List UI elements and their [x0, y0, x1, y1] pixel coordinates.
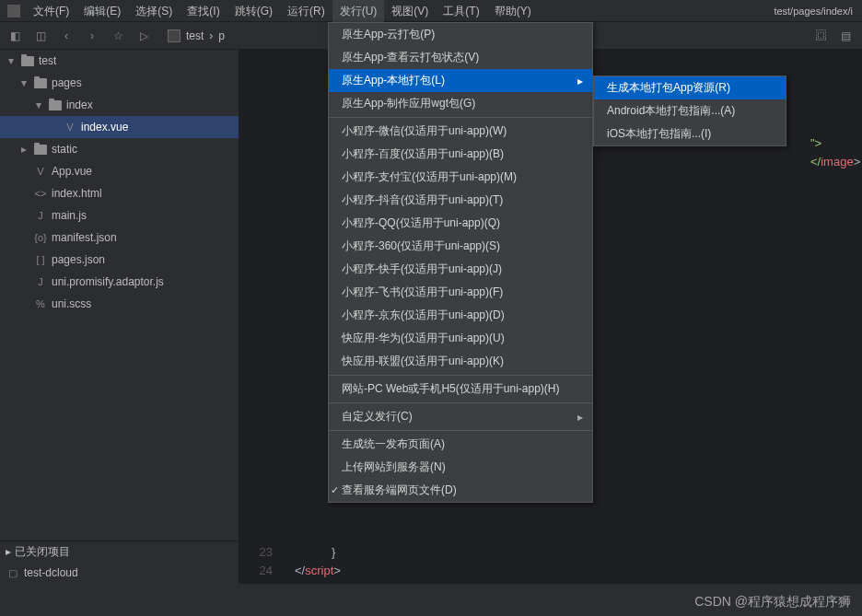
- breadcrumb: test › p: [168, 29, 225, 42]
- publish-menu: 原生App-云打包(P)原生App-查看云打包状态(V)原生App-本地打包(L…: [328, 22, 593, 503]
- preview-icon[interactable]: ⿴: [814, 29, 829, 43]
- menu-item[interactable]: 跳转(G): [227, 0, 280, 22]
- chevron-icon: ▾: [6, 54, 17, 67]
- tree-item-label: manifest.json: [52, 231, 117, 244]
- menu-entry-label: 原生App-查看云打包状态(V): [342, 50, 479, 65]
- folder-icon: [33, 76, 48, 89]
- closed-project-label: test-dcloud: [24, 566, 78, 579]
- menu-entry[interactable]: 小程序-QQ(仅适用于uni-app)(Q): [329, 212, 592, 235]
- menu-entry[interactable]: 小程序-360(仅适用于uni-app)(S): [329, 235, 592, 258]
- chevron-right-icon: ▸: [577, 75, 583, 87]
- folder-icon: [33, 143, 48, 156]
- tree-item[interactable]: ▾test: [0, 50, 239, 72]
- tree-item[interactable]: Vindex.vue: [0, 116, 239, 138]
- submenu-entry[interactable]: Android本地打包指南...(A): [594, 99, 786, 122]
- tree-item-label: test: [39, 54, 56, 67]
- menu-entry-label: 小程序-快手(仅适用于uni-app)(J): [342, 262, 502, 277]
- back-icon[interactable]: ‹: [59, 29, 74, 43]
- tree-item-label: main.js: [52, 209, 87, 222]
- menu-entry[interactable]: 自定义发行(C)▸: [329, 405, 592, 428]
- chevron-right-icon[interactable]: ▸: [6, 545, 11, 558]
- menu-item[interactable]: 运行(R): [280, 0, 332, 22]
- menu-entry-label: 原生App-制作应用wgt包(G): [342, 96, 475, 111]
- breadcrumb-item[interactable]: test: [186, 29, 204, 42]
- menu-entry[interactable]: 网站-PC Web或手机H5(仅适用于uni-app)(H): [329, 378, 592, 401]
- menu-entry-label: 快应用-华为(仅适用于uni-app)(U): [342, 331, 505, 346]
- menu-entry[interactable]: 小程序-快手(仅适用于uni-app)(J): [329, 258, 592, 281]
- tree-item[interactable]: VApp.vue: [0, 160, 239, 182]
- file-icon: %: [33, 297, 48, 310]
- menu-entry[interactable]: 原生App-制作应用wgt包(G): [329, 92, 592, 115]
- file-icon: <>: [33, 187, 48, 200]
- menu-entry[interactable]: 小程序-京东(仅适用于uni-app)(D): [329, 304, 592, 327]
- menu-entry-label: 查看服务端网页文件(D): [342, 482, 457, 498]
- tree-item-label: index.html: [52, 187, 102, 200]
- chevron-icon: ▾: [18, 76, 29, 89]
- tree-item[interactable]: %uni.scss: [0, 293, 239, 315]
- menu-entry[interactable]: 上传网站到服务器(N): [329, 456, 592, 479]
- file-icon: [ ]: [33, 253, 48, 266]
- run-icon[interactable]: ▷: [136, 29, 151, 43]
- menu-entry[interactable]: 快应用-联盟(仅适用于uni-app)(K): [329, 350, 592, 373]
- menu-entry-label: 小程序-支付宝(仅适用于uni-app)(M): [342, 169, 517, 185]
- menu-entry[interactable]: 小程序-飞书(仅适用于uni-app)(F): [329, 281, 592, 304]
- submenu-entry[interactable]: 生成本地打包App资源(R): [594, 76, 786, 99]
- menu-item[interactable]: 帮助(Y): [487, 0, 539, 22]
- tree-item[interactable]: [ ]pages.json: [0, 249, 239, 271]
- tree-item[interactable]: ▾pages: [0, 72, 239, 94]
- code-text: >: [333, 564, 341, 577]
- folder-icon: [20, 54, 35, 67]
- file-path: test/pages/index/i: [774, 6, 862, 17]
- submenu-entry[interactable]: iOS本地打包指南...(I): [594, 122, 786, 145]
- menu-entry[interactable]: 原生App-查看云打包状态(V): [329, 46, 592, 69]
- tree-item[interactable]: {o}manifest.json: [0, 227, 239, 249]
- menu-entry[interactable]: 生成统一发布页面(A): [329, 433, 592, 456]
- tree-item-label: App.vue: [52, 165, 92, 178]
- menu-entry[interactable]: ✓查看服务端网页文件(D): [329, 479, 592, 502]
- tree-item[interactable]: ▸static: [0, 138, 239, 160]
- code-tag: script: [305, 564, 333, 577]
- tree-item-label: index.vue: [81, 121, 128, 134]
- menu-entry[interactable]: 原生App-本地打包(L)▸: [329, 69, 592, 92]
- closed-project-item[interactable]: ▢ test-dcloud: [0, 562, 239, 584]
- breadcrumb-item[interactable]: p: [218, 29, 225, 42]
- menu-entry[interactable]: 小程序-支付宝(仅适用于uni-app)(M): [329, 166, 592, 189]
- menu-item[interactable]: 视图(V): [384, 0, 436, 22]
- menu-entry-label: 快应用-联盟(仅适用于uni-app)(K): [342, 354, 504, 369]
- file-icon: J: [33, 275, 48, 288]
- file-tree: ▾test▾pages▾indexVindex.vue▸staticVApp.v…: [0, 50, 239, 540]
- watermark: CSDN @程序猿想成程序狮: [694, 594, 851, 610]
- star-icon[interactable]: ☆: [111, 29, 125, 43]
- menubar: 文件(F)编辑(E)选择(S)查找(I)跳转(G)运行(R)发行(U)视图(V)…: [0, 0, 862, 22]
- menu-item[interactable]: 编辑(E): [76, 0, 128, 22]
- menu-item[interactable]: 发行(U): [332, 0, 385, 22]
- menu-item[interactable]: 查找(I): [180, 0, 227, 22]
- menu-entry[interactable]: 快应用-华为(仅适用于uni-app)(U): [329, 327, 592, 350]
- closed-projects: ▸ 已关闭项目 ▢ test-dcloud: [0, 540, 239, 584]
- tree-item[interactable]: Jmain.js: [0, 204, 239, 227]
- local-package-submenu: 生成本地打包App资源(R)Android本地打包指南...(A)iOS本地打包…: [593, 76, 786, 146]
- menu-item[interactable]: 工具(T): [436, 0, 486, 22]
- menu-item[interactable]: 选择(S): [128, 0, 180, 22]
- menu-entry-label: 原生App-本地打包(L): [342, 73, 445, 88]
- tree-item[interactable]: ▾index: [0, 94, 239, 116]
- closed-projects-title[interactable]: 已关闭项目: [15, 544, 70, 560]
- panel-bottom-icon[interactable]: ◫: [33, 29, 48, 43]
- forward-icon[interactable]: ›: [85, 29, 99, 43]
- menu-entry-label: 小程序-微信(仅适用于uni-app)(W): [342, 123, 507, 139]
- panel-left-icon[interactable]: ◧: [7, 29, 22, 43]
- menu-entry[interactable]: 原生App-云打包(P): [329, 23, 592, 46]
- line-number: 25: [239, 580, 280, 584]
- chevron-right-icon: ▸: [577, 411, 583, 424]
- menu-item[interactable]: 文件(F): [26, 0, 76, 22]
- tree-item[interactable]: <>index.html: [0, 182, 239, 204]
- terminal-icon[interactable]: ▤: [838, 29, 853, 43]
- project-icon: [168, 29, 181, 42]
- file-icon: V: [63, 121, 77, 134]
- menu-entry-label: 原生App-云打包(P): [342, 27, 435, 42]
- tree-item[interactable]: Juni.promisify.adaptor.js: [0, 271, 239, 293]
- menu-entry[interactable]: 小程序-抖音(仅适用于uni-app)(T): [329, 189, 592, 212]
- chevron-icon: ▾: [33, 99, 44, 111]
- menu-entry[interactable]: 小程序-微信(仅适用于uni-app)(W): [329, 120, 592, 143]
- menu-entry[interactable]: 小程序-百度(仅适用于uni-app)(B): [329, 143, 592, 166]
